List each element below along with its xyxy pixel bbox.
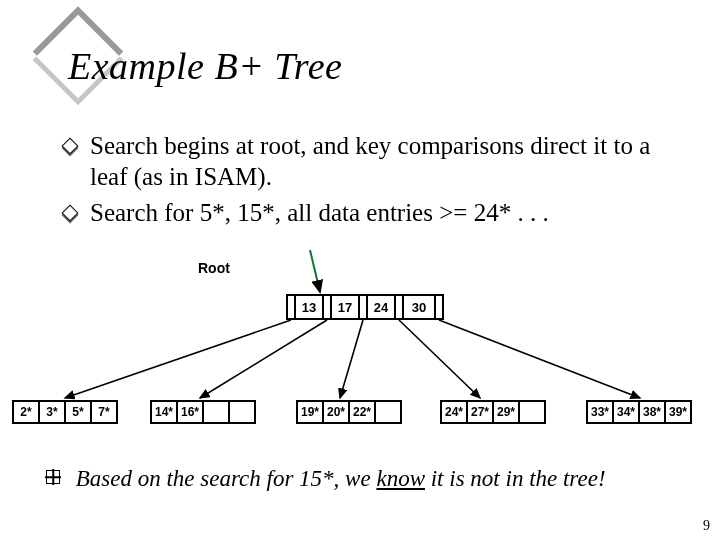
leaf-cell: 5* <box>64 400 92 424</box>
bullet-icon <box>62 204 79 221</box>
root-key: 13 <box>294 294 324 320</box>
leaf-cell: 3* <box>38 400 66 424</box>
root-label: Root <box>198 260 230 276</box>
leaf-empty <box>374 400 402 424</box>
page-number: 9 <box>703 518 710 534</box>
root-key: 17 <box>330 294 360 320</box>
footnote-icon <box>46 470 60 484</box>
leaf-cell: 2* <box>12 400 40 424</box>
leaf-empty <box>202 400 230 424</box>
root-pointer <box>434 294 444 320</box>
bullet-item: Search for 5*, 15*, all data entries >= … <box>64 197 684 228</box>
leaf-cell: 34* <box>612 400 640 424</box>
leaf-cell: 19* <box>296 400 324 424</box>
leaf-cell: 38* <box>638 400 666 424</box>
root-key: 24 <box>366 294 396 320</box>
bullet-list: Search begins at root, and key compariso… <box>64 130 684 232</box>
svg-line-3 <box>340 320 363 398</box>
bullet-item: Search begins at root, and key compariso… <box>64 130 684 193</box>
leaf-cell: 16* <box>176 400 204 424</box>
svg-line-0 <box>310 250 320 292</box>
footnote: Based on the search for 15*, we know it … <box>46 466 696 492</box>
leaf-cell: 24* <box>440 400 468 424</box>
svg-line-1 <box>65 320 291 398</box>
svg-line-4 <box>399 320 480 398</box>
leaf-cell: 27* <box>466 400 494 424</box>
leaf-cell: 7* <box>90 400 118 424</box>
svg-line-5 <box>439 320 640 398</box>
svg-line-2 <box>200 320 327 398</box>
bullet-icon <box>62 138 79 155</box>
leaf-cell: 33* <box>586 400 614 424</box>
root-key: 30 <box>402 294 436 320</box>
slide-title: Example B+ Tree <box>68 44 342 88</box>
leaf-cell: 20* <box>322 400 350 424</box>
footnote-text-underlined: know <box>376 466 425 491</box>
leaf-cell: 22* <box>348 400 376 424</box>
leaf-cell: 39* <box>664 400 692 424</box>
footnote-text-prefix: Based on the search for 15*, we <box>76 466 377 491</box>
footnote-text-suffix: it is not in the tree! <box>425 466 606 491</box>
leaf-cell: 29* <box>492 400 520 424</box>
leaf-empty <box>228 400 256 424</box>
bullet-text: Search for 5*, 15*, all data entries >= … <box>90 197 549 228</box>
bullet-text: Search begins at root, and key compariso… <box>90 130 684 193</box>
leaf-empty <box>518 400 546 424</box>
leaf-cell: 14* <box>150 400 178 424</box>
